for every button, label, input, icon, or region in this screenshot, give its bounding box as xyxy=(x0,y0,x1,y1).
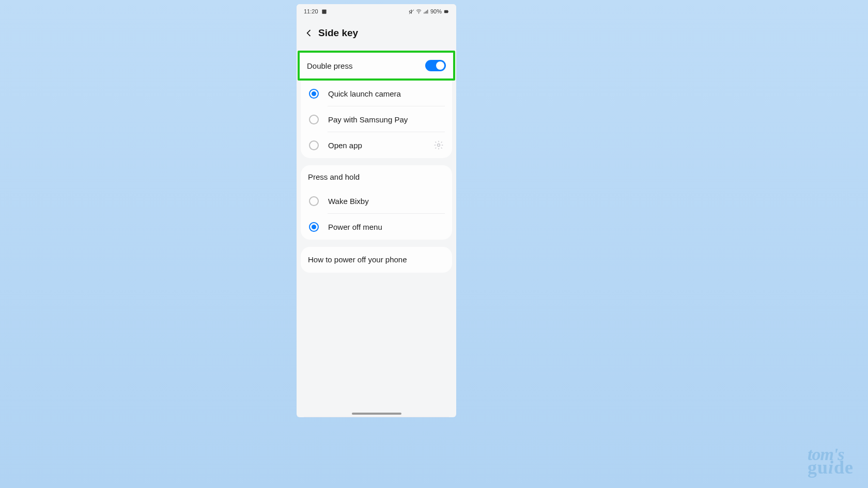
header: Side key xyxy=(297,19,456,48)
status-bar: 11:20 90% xyxy=(297,4,456,19)
footer-label: How to power off your phone xyxy=(308,255,407,264)
svg-rect-2 xyxy=(444,10,448,13)
chevron-left-icon xyxy=(304,28,314,38)
watermark-logo: tom's guide xyxy=(808,447,854,476)
tutorial-highlight: Double press xyxy=(298,51,455,81)
open-app-settings-button[interactable] xyxy=(433,140,444,150)
svg-rect-3 xyxy=(448,11,448,12)
phone-screen: 11:20 90% Side key Double press Quick la… xyxy=(297,4,456,417)
option-wake-bixby[interactable]: Wake Bixby xyxy=(301,188,452,214)
option-label: Wake Bixby xyxy=(328,197,369,206)
screenshot-icon xyxy=(321,9,327,14)
press-hold-header: Press and hold xyxy=(301,165,452,188)
option-label: Open app xyxy=(328,141,362,150)
home-indicator[interactable] xyxy=(352,413,401,415)
option-label: Power off menu xyxy=(328,223,382,231)
radio-selected-icon xyxy=(309,222,319,232)
how-to-power-off-link[interactable]: How to power off your phone xyxy=(301,247,452,273)
status-time: 11:20 xyxy=(304,8,318,14)
svg-point-4 xyxy=(438,144,440,147)
radio-unselected-icon xyxy=(309,196,319,206)
page-title: Side key xyxy=(318,27,358,39)
signal-icon xyxy=(423,9,429,14)
radio-selected-icon xyxy=(309,89,319,99)
double-press-label: Double press xyxy=(307,61,352,70)
svg-point-1 xyxy=(419,13,419,13)
battery-icon xyxy=(443,9,449,14)
svg-rect-0 xyxy=(322,9,326,13)
double-press-toggle[interactable] xyxy=(425,60,446,71)
press-hold-label: Press and hold xyxy=(308,172,360,181)
double-press-toggle-row[interactable]: Double press xyxy=(300,53,453,78)
battery-text: 90% xyxy=(430,8,442,14)
option-label: Pay with Samsung Pay xyxy=(328,115,408,124)
watermark-line2: guide xyxy=(808,460,854,476)
option-samsung-pay[interactable]: Pay with Samsung Pay xyxy=(301,106,452,132)
option-label: Quick launch camera xyxy=(328,89,401,98)
gear-icon xyxy=(433,140,444,150)
radio-unselected-icon xyxy=(309,115,319,124)
back-button[interactable] xyxy=(301,25,317,41)
option-quick-launch-camera[interactable]: Quick launch camera xyxy=(301,81,452,106)
mute-icon xyxy=(409,9,414,14)
wifi-icon xyxy=(416,9,422,14)
press-hold-section: Press and hold Wake Bixby Power off menu xyxy=(301,165,452,240)
double-press-options: Quick launch camera Pay with Samsung Pay… xyxy=(301,81,452,158)
option-open-app[interactable]: Open app xyxy=(301,132,452,158)
radio-unselected-icon xyxy=(309,140,319,150)
option-power-off-menu[interactable]: Power off menu xyxy=(301,214,452,240)
